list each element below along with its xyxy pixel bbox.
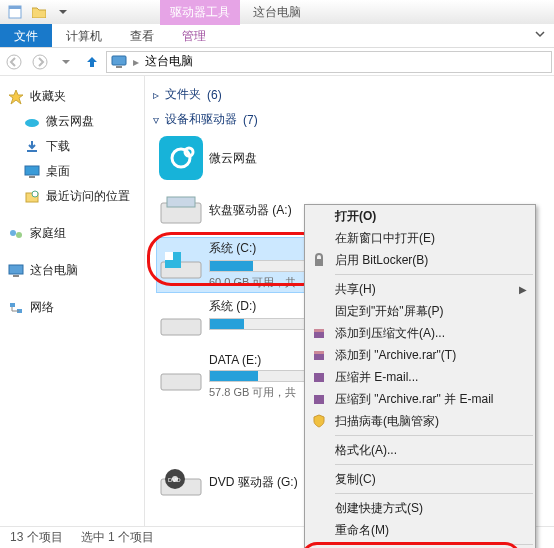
ctx-scan-virus[interactable]: 扫描病毒(电脑管家): [305, 410, 535, 432]
navigation-pane: 收藏夹 微云网盘 下载 桌面 最近访问的位置 家庭组 这台电脑: [0, 76, 145, 526]
ctx-create-shortcut[interactable]: 创建快捷方式(S): [305, 497, 535, 519]
status-selected-count: 选中 1 个项目: [81, 529, 154, 546]
svg-rect-36: [314, 373, 324, 382]
svg-rect-8: [29, 176, 35, 178]
chevron-right-icon: ▹: [153, 88, 159, 102]
ctx-open-new-window[interactable]: 在新窗口中打开(E): [305, 227, 535, 249]
ctx-add-archive[interactable]: 添加到压缩文件(A)...: [305, 322, 535, 344]
svg-rect-24: [165, 252, 173, 260]
ctx-bitlocker[interactable]: 启用 BitLocker(B): [305, 249, 535, 271]
chevron-down-icon: ▿: [153, 113, 159, 127]
winrar-icon: [311, 325, 327, 341]
tab-computer[interactable]: 计算机: [52, 24, 116, 47]
quick-access-toolbar: [0, 2, 74, 22]
separator: [335, 435, 533, 436]
drive-d[interactable]: 系统 (D:) 8.4: [157, 296, 327, 347]
winrar-icon: [311, 369, 327, 385]
nav-weiyun-label: 微云网盘: [46, 113, 94, 130]
drive-c[interactable]: 系统 (C:) 60.0 GB 可用，共: [157, 238, 327, 292]
nav-thispc-label: 这台电脑: [30, 262, 78, 279]
breadcrumb-location[interactable]: 这台电脑: [145, 53, 193, 70]
recent-icon: [24, 189, 40, 205]
address-box[interactable]: ▸ 这台电脑: [106, 51, 552, 73]
qat-newfolder-icon[interactable]: [28, 2, 50, 22]
qat-properties-icon[interactable]: [4, 2, 26, 22]
qat-dropdown-icon[interactable]: [52, 2, 74, 22]
ctx-share[interactable]: 共享(H)▶: [305, 278, 535, 300]
drive-e[interactable]: DATA (E:) 57.8 GB 可用，共: [157, 351, 327, 402]
nav-network[interactable]: 网络: [6, 295, 138, 320]
nav-history-dropdown[interactable]: [54, 50, 78, 74]
svg-point-6: [25, 119, 39, 127]
drive-g[interactable]: DVD DVD 驱动器 (G:): [157, 458, 327, 506]
svg-rect-13: [9, 265, 23, 274]
svg-rect-14: [13, 275, 19, 277]
separator: [335, 274, 533, 275]
separator: [335, 544, 533, 545]
nav-recent-label: 最近访问的位置: [46, 188, 130, 205]
nav-back-button[interactable]: [2, 50, 26, 74]
hdd-icon: [159, 243, 203, 287]
context-menu: 打开(O) 在新窗口中打开(E) 启用 BitLocker(B) 共享(H)▶ …: [304, 204, 536, 548]
submenu-arrow-icon: ▶: [519, 284, 527, 295]
tab-manage[interactable]: 管理: [168, 24, 220, 47]
nav-homegroup[interactable]: 家庭组: [6, 221, 138, 246]
ribbon-contextual-tab[interactable]: 驱动器工具: [160, 0, 240, 25]
title-bar: 驱动器工具 这台电脑: [0, 0, 554, 24]
nav-favorites[interactable]: 收藏夹: [6, 84, 138, 109]
ctx-copy[interactable]: 复制(C): [305, 468, 535, 490]
tab-file[interactable]: 文件: [0, 24, 52, 47]
ctx-pin-start[interactable]: 固定到"开始"屏幕(P): [305, 300, 535, 322]
hdd-icon: [159, 300, 203, 344]
nav-recent[interactable]: 最近访问的位置: [6, 184, 138, 209]
group-devices-count: (7): [243, 113, 258, 127]
drive-floppy[interactable]: 软盘驱动器 (A:): [157, 186, 327, 234]
svg-point-10: [32, 191, 38, 197]
bitlocker-icon: [311, 252, 327, 268]
nav-downloads[interactable]: 下载: [6, 134, 138, 159]
svg-rect-5: [116, 66, 122, 68]
svg-rect-15: [10, 303, 15, 307]
winrar-icon: [311, 347, 327, 363]
svg-rect-1: [9, 6, 21, 9]
ctx-compress-named-email[interactable]: 压缩到 "Archive.rar" 并 E-mail: [305, 388, 535, 410]
svg-rect-17: [159, 136, 203, 180]
svg-rect-31: [315, 259, 323, 266]
star-icon: [8, 89, 24, 105]
svg-rect-26: [161, 374, 201, 390]
nav-network-label: 网络: [30, 299, 54, 316]
ribbon-expand-icon[interactable]: [526, 24, 554, 47]
svg-point-2: [7, 55, 21, 69]
nav-desktop[interactable]: 桌面: [6, 159, 138, 184]
svg-rect-21: [167, 197, 195, 207]
nav-forward-button[interactable]: [28, 50, 52, 74]
svg-text:DVD: DVD: [168, 477, 181, 483]
drive-f[interactable]: 7.7: [157, 406, 327, 454]
shield-icon: [311, 413, 327, 429]
ctx-rename[interactable]: 重命名(M): [305, 519, 535, 541]
nav-thispc[interactable]: 这台电脑: [6, 258, 138, 283]
group-folders-header[interactable]: ▹ 文件夹 (6): [153, 84, 554, 109]
ctx-compress-email[interactable]: 压缩并 E-mail...: [305, 366, 535, 388]
tab-view[interactable]: 查看: [116, 24, 168, 47]
weiyun-drive-icon: [159, 136, 203, 180]
nav-favorites-label: 收藏夹: [30, 88, 66, 105]
desktop-icon: [24, 164, 40, 180]
ctx-open[interactable]: 打开(O): [305, 205, 535, 227]
group-devices-header[interactable]: ▿ 设备和驱动器 (7): [153, 109, 554, 134]
status-item-count: 13 个项目: [10, 529, 63, 546]
nav-weiyun[interactable]: 微云网盘: [6, 109, 138, 134]
svg-rect-7: [25, 166, 39, 175]
ctx-add-named-archive[interactable]: 添加到 "Archive.rar"(T): [305, 344, 535, 366]
ctx-format[interactable]: 格式化(A)...: [305, 439, 535, 461]
nav-up-button[interactable]: [80, 50, 104, 74]
nav-homegroup-label: 家庭组: [30, 225, 66, 242]
separator: [335, 464, 533, 465]
address-bar: ▸ 这台电脑: [0, 48, 554, 76]
drive-weiyun[interactable]: 微云网盘: [157, 134, 327, 182]
hdd-icon: [159, 355, 203, 399]
svg-rect-37: [314, 395, 324, 404]
separator: [335, 493, 533, 494]
cloud-icon: [24, 114, 40, 130]
nav-downloads-label: 下载: [46, 138, 70, 155]
